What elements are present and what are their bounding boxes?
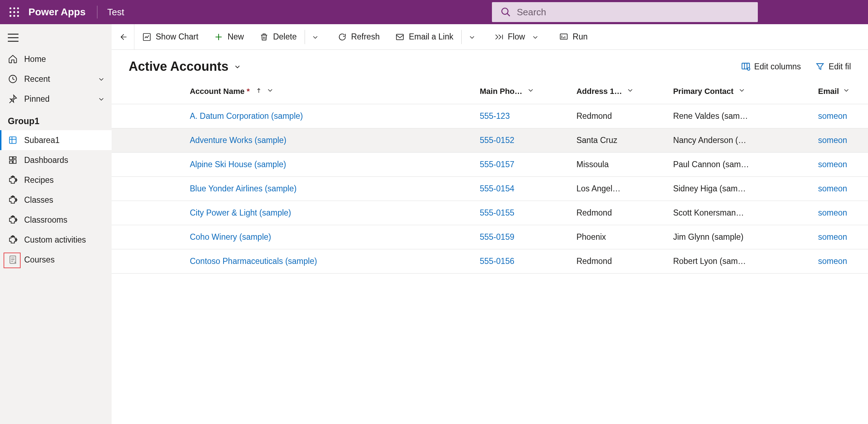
cell-phone[interactable]: 555-0156 (474, 249, 571, 274)
chevron-down-icon (468, 33, 480, 41)
cmd-new[interactable]: New (206, 24, 252, 50)
cmd-label: Show Chart (156, 32, 198, 42)
cell-phone[interactable]: 555-0157 (474, 153, 571, 177)
table-row[interactable]: Coho Winery (sample)555-0159PhoenixJim G… (112, 225, 868, 249)
table-row[interactable]: A. Datum Corporation (sample)555-123Redm… (112, 104, 868, 128)
table-row[interactable]: Blue Yonder Airlines (sample)555-0154Los… (112, 177, 868, 201)
cell-contact[interactable]: Robert Lyon (sam… (668, 249, 813, 274)
svg-rect-15 (10, 137, 16, 144)
edit-columns-button[interactable]: Edit columns (741, 62, 801, 71)
cell-email[interactable]: someon (813, 128, 868, 153)
cell-phone[interactable]: 555-0154 (474, 177, 571, 201)
search-input[interactable] (511, 2, 749, 22)
nav-courses[interactable]: Courses (0, 250, 112, 270)
table-row[interactable]: Adventure Works (sample)555-0152Santa Cr… (112, 128, 868, 153)
cell-contact[interactable]: Paul Cannon (sam… (668, 153, 813, 177)
nav-classrooms[interactable]: Classrooms (0, 210, 112, 230)
nav-custom-activities[interactable]: Custom activities (0, 230, 112, 250)
column-email[interactable]: Email (813, 78, 868, 104)
cmd-run[interactable]: Run (551, 24, 595, 50)
column-account-name[interactable]: Account Name * (184, 78, 474, 104)
cell-account-name[interactable]: Coho Winery (sample) (184, 225, 474, 249)
cell-account-name[interactable]: Contoso Pharmaceuticals (sample) (184, 249, 474, 274)
col-label: Primary Contact (673, 87, 734, 96)
nav-dashboards[interactable]: Dashboards (0, 150, 112, 170)
col-label: Address 1… (577, 87, 622, 96)
cell-contact[interactable]: Jim Glynn (sample) (668, 225, 813, 249)
view-selector[interactable]: Active Accounts (129, 59, 241, 74)
cmd-delete[interactable]: Delete (252, 24, 304, 50)
search-box[interactable] (492, 2, 758, 22)
brand-divider (97, 6, 97, 18)
table-row[interactable]: Contoso Pharmaceuticals (sample)555-0156… (112, 249, 868, 274)
cell-account-name[interactable]: Adventure Works (sample) (184, 128, 474, 153)
nav-label: Classrooms (24, 215, 67, 225)
cell-contact[interactable]: Nancy Anderson (… (668, 128, 813, 153)
app-launcher-icon[interactable] (0, 0, 28, 24)
environment-label[interactable]: Test (107, 7, 124, 18)
table-row[interactable]: City Power & Light (sample)555-0155Redmo… (112, 201, 868, 225)
row-selector[interactable] (112, 104, 148, 128)
cell-phone[interactable]: 555-0155 (474, 201, 571, 225)
cell-address: Phoenix (571, 225, 668, 249)
column-address1[interactable]: Address 1… (571, 78, 668, 104)
cell-contact[interactable]: Sidney Higa (sam… (668, 177, 813, 201)
cell-contact[interactable]: Scott Konersman… (668, 201, 813, 225)
chevron-down-icon[interactable] (266, 86, 274, 94)
chevron-down-icon (531, 33, 543, 41)
svg-point-5 (17, 11, 19, 13)
edit-filters-button[interactable]: Edit fil (815, 62, 851, 71)
back-button[interactable] (112, 24, 134, 50)
chevron-down-icon[interactable] (626, 86, 634, 94)
row-selector[interactable] (112, 225, 148, 249)
puzzle-icon (8, 195, 18, 205)
cmd-label: Delete (273, 32, 296, 42)
chevron-down-icon[interactable] (738, 86, 746, 94)
nav-pinned[interactable]: Pinned (0, 89, 112, 109)
column-main-phone[interactable]: Main Pho… (474, 78, 571, 104)
cmd-email-dropdown[interactable] (462, 24, 487, 50)
cell-phone[interactable]: 555-0159 (474, 225, 571, 249)
cell-phone[interactable]: 555-0152 (474, 128, 571, 153)
label: Edit columns (754, 62, 801, 71)
cell-email[interactable]: someon (813, 249, 868, 274)
cell-account-name[interactable]: City Power & Light (sample) (184, 201, 474, 225)
row-selector[interactable] (112, 201, 148, 225)
brand-label[interactable]: Power Apps (28, 6, 97, 18)
svg-rect-26 (396, 34, 403, 39)
cmd-refresh[interactable]: Refresh (330, 24, 388, 50)
table-row[interactable]: Alpine Ski House (sample)555-0157Missoul… (112, 153, 868, 177)
row-selector[interactable] (112, 153, 148, 177)
nav-recipes[interactable]: Recipes (0, 170, 112, 190)
pin-icon (8, 94, 18, 104)
chevron-down-icon[interactable] (842, 86, 850, 94)
cell-email[interactable]: someon (813, 177, 868, 201)
cell-email[interactable]: someon (813, 153, 868, 177)
nav-classes[interactable]: Classes (0, 190, 112, 210)
cmd-flow[interactable]: Flow (487, 24, 552, 50)
cmd-email-link[interactable]: Email a Link (387, 24, 461, 50)
cell-email[interactable]: someon (813, 201, 868, 225)
cell-account-name[interactable]: Alpine Ski House (sample) (184, 153, 474, 177)
cell-email[interactable]: someon (813, 104, 868, 128)
home-icon (8, 54, 18, 64)
cmd-delete-dropdown[interactable] (305, 24, 330, 50)
cell-account-name[interactable]: A. Datum Corporation (sample) (184, 104, 474, 128)
nav-recent[interactable]: Recent (0, 69, 112, 89)
cell-email[interactable]: someon (813, 225, 868, 249)
dashboard-icon (8, 155, 18, 165)
row-selector[interactable] (112, 249, 148, 274)
cell-account-name[interactable]: Blue Yonder Airlines (sample) (184, 177, 474, 201)
nav-home[interactable]: Home (0, 49, 112, 69)
column-primary-contact[interactable]: Primary Contact (668, 78, 813, 104)
nav-collapse-button[interactable] (0, 28, 112, 48)
column-select-all[interactable] (112, 78, 148, 104)
chevron-down-icon[interactable] (527, 86, 535, 94)
row-selector[interactable] (112, 177, 148, 201)
row-selector[interactable] (112, 128, 148, 153)
cmd-show-chart[interactable]: Show Chart (134, 24, 206, 50)
nav-subarea1[interactable]: Subarea1 (0, 130, 112, 150)
cell-phone[interactable]: 555-123 (474, 104, 571, 128)
site-nav: Home Recent Pinned Group1 Sub (0, 24, 112, 424)
cell-contact[interactable]: Rene Valdes (sam… (668, 104, 813, 128)
